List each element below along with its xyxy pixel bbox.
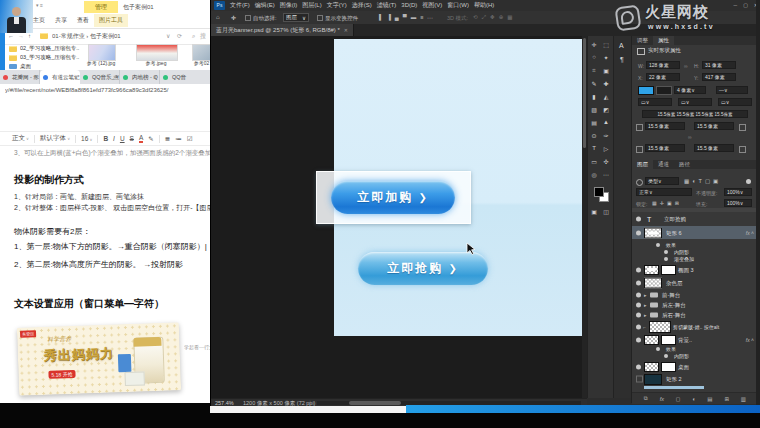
eye-icon[interactable] [636,267,641,272]
filter-smartobject-icon[interactable]: ▣ [713,178,718,184]
fill-color-swatch[interactable] [638,86,654,95]
browser-tab[interactable]: 花瓣网 - 形✕ [0,70,40,84]
ribbon-tab-view[interactable]: 查看 [72,14,94,27]
history-brush-tool[interactable]: ▨ [589,106,599,113]
style-select[interactable]: 正文 ∨ [12,134,29,143]
type-tool[interactable]: T [589,145,599,151]
blur-tool[interactable]: ▲ [601,119,611,125]
filter-toggle[interactable] [746,179,751,184]
browser-tab-active[interactable]: 有道云笔记✕ [40,70,80,84]
dodge-tool[interactable]: ⊙ [589,132,599,139]
eye-icon[interactable] [656,347,660,351]
browser-tab[interactable]: 内地榜 - Q✕ [120,70,160,84]
size-select[interactable]: 16 ∨ [81,135,92,142]
menu-3d[interactable]: 3D(D) [401,0,417,11]
eye-icon[interactable] [636,302,641,307]
layer-row-text[interactable]: T 立即抢购 [632,213,758,224]
radius-tr-field[interactable]: 15.5 像素 [694,122,734,130]
move-tool-icon[interactable]: ✛ [231,14,236,21]
menu-view[interactable]: 视图(V) [422,0,442,11]
menu-select[interactable]: 选择(S) [352,0,372,11]
file-item[interactable]: 桌面 [20,63,31,70]
scale-icon[interactable]: ▦ [507,14,512,21]
menu-help[interactable]: 帮助(H) [474,0,494,11]
gradient-tool[interactable]: ▤ [589,119,599,126]
paragraph-panel-icon[interactable]: ¶ [620,56,624,63]
layer-row-ellipse3[interactable]: 椭圆 3 [632,264,758,275]
eye-icon[interactable] [636,230,641,235]
checkbox-list-icon[interactable]: ☑ [187,135,193,143]
show-transform-checkbox[interactable] [317,15,323,21]
frame-tool[interactable]: ▣ [601,67,611,74]
quick-access-icons[interactable]: ▾ ≡ [36,2,43,8]
filter-type-icon[interactable]: T [699,178,702,184]
align-bottom-icon[interactable]: ▄ [395,14,399,20]
link-dimensions-icon[interactable]: ∞ [684,63,688,69]
canvas-button-add-to-cart[interactable]: 立即加购 ❯ [331,181,455,214]
zoom-tool[interactable]: ◎ [589,171,599,178]
browser-url-bar[interactable]: y/#/file/recent/note/WEBf8a8f861efd773fc… [0,84,210,98]
scrollbar-thumb[interactable] [583,38,586,148]
layer-effect-inner-shadow[interactable]: 内阴影 [632,249,758,255]
eye-icon[interactable] [636,292,641,297]
font-color-button[interactable]: A [139,134,143,143]
explorer-manage-tab[interactable]: 管理 [84,1,118,13]
brush-tool[interactable]: ▮ [589,93,599,100]
filter-shape-icon[interactable]: ▢ [705,178,710,184]
filter-pixel-icon[interactable]: ▦ [684,178,689,184]
stroke-color-swatch[interactable] [656,86,672,95]
url-text[interactable]: y/#/file/recent/note/WEBf8a8f861efd773fc… [5,87,207,93]
expand-icon[interactable]: ▸ [644,312,647,318]
layer-row-rect2-hidden[interactable]: 矩形 2 [632,373,758,384]
menu-edit[interactable]: 编辑(E) [255,0,275,11]
layer-effect-gradient-overlay[interactable]: 渐变叠加 [632,256,758,262]
radius-br-field[interactable]: 15.5 像素 [694,144,734,152]
layer-row-clip-mask[interactable]: ⌐ 剪切蒙版-娃.. 按住alt [632,321,758,333]
lock-all-icon[interactable]: ⊞ [675,200,679,206]
banner-image[interactable]: 美赞臣 科学营养 秀出妈妈力 5.18 开抢 [17,322,181,396]
lock-transparent-icon[interactable]: ▦ [652,200,657,206]
filter-adjustment-icon[interactable]: ◐ [692,178,695,184]
layer-row-desktop[interactable]: 桌面 [632,361,758,372]
file-item[interactable]: 03_学习攻略_压缩包专.. [20,54,86,61]
healing-tool[interactable]: ✚ [601,80,611,87]
eraser-tool[interactable]: ◩ [601,106,611,113]
font-select[interactable]: 默认字体 ∨ [40,134,70,143]
more-options-icon[interactable]: ⋯ [427,14,433,21]
height-field[interactable]: 31 像素 [702,61,736,69]
character-panel-icon[interactable]: A [619,42,624,49]
tab-adjustments[interactable]: 调整 [632,36,653,45]
stroke-cap-dropdown[interactable]: ▭∨ [678,98,712,106]
link-radius-icon[interactable]: ∞ [688,134,692,140]
crop-tool[interactable]: ⌗ [589,67,599,74]
minimize-icon[interactable]: ─ [733,2,737,8]
auto-select-dropdown[interactable]: 图层∨ [283,13,309,22]
layer-row-background[interactable]: 背景.. fx ˄ [632,334,758,345]
eye-icon[interactable] [664,354,668,358]
browser-tab[interactable]: QQ音乐_互✕ [80,70,120,84]
stroke-align-dropdown[interactable]: ▭∨ [638,98,672,106]
italic-button[interactable]: I [113,135,115,142]
add-mask-icon[interactable]: ◻ [676,396,681,402]
bullet-list-icon[interactable]: ≔ [175,135,182,143]
refresh-icon[interactable]: ⟳ [177,29,182,43]
move-tool[interactable]: ✛ [589,41,599,48]
width-field[interactable]: 128 像素 [646,61,680,69]
eye-icon[interactable] [636,364,641,369]
close-icon[interactable]: ✕ [113,70,117,84]
orbit-icon[interactable]: ⟲ [473,14,478,21]
screen-mode-icon[interactable]: ◫ [601,208,611,215]
eye-icon[interactable] [636,325,641,330]
layer-effect-inner-shadow[interactable]: 内阴影 [632,353,758,359]
bold-button[interactable]: B [103,135,108,142]
delete-layer-icon[interactable]: ▥ [741,396,746,402]
image-thumbnail[interactable] [88,44,116,61]
slide-icon[interactable]: ⊕ [499,14,504,21]
image-thumbnail[interactable] [136,44,178,61]
maximize-icon[interactable]: ▢ [743,2,748,8]
eye-icon[interactable] [664,250,668,254]
adjustment-layer-icon[interactable]: ◐ [692,396,695,402]
shape-tool[interactable]: ▭ [589,158,599,165]
quick-select-tool[interactable]: ✦ [601,54,611,61]
eye-off-icon[interactable] [636,375,643,382]
